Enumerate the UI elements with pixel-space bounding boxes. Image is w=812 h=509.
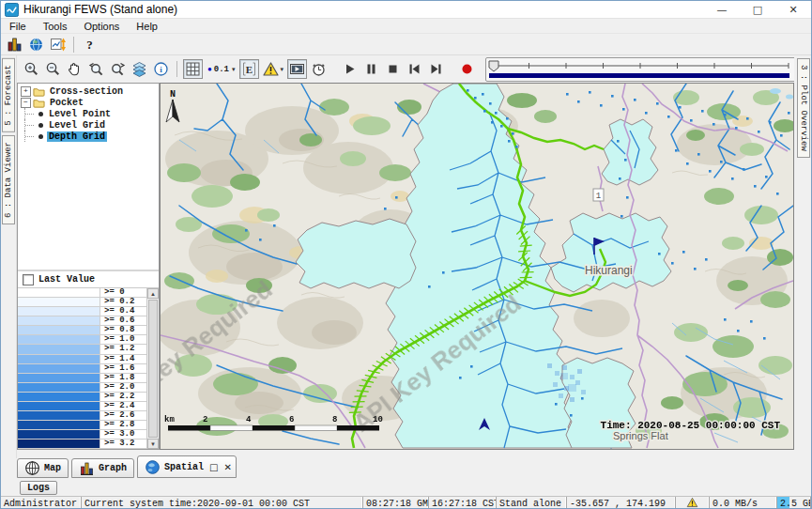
play-button[interactable]	[340, 59, 360, 79]
timeline-slider[interactable]	[485, 57, 797, 82]
svg-text:4: 4	[246, 415, 252, 424]
stop-button[interactable]	[383, 59, 403, 79]
legend-color-swatch	[18, 298, 100, 306]
tab-graph[interactable]: Graph	[71, 458, 134, 478]
tree-connector	[24, 131, 38, 142]
layers-button[interactable]	[130, 59, 149, 79]
database-button[interactable]	[5, 35, 24, 54]
zoom-next-button[interactable]	[108, 59, 128, 79]
info-button[interactable]: i	[151, 59, 171, 79]
pause-button[interactable]	[361, 59, 381, 79]
tab-map[interactable]: Map	[17, 458, 69, 478]
chart-export-icon	[50, 37, 66, 53]
legend-threshold-label: >= 1.2	[100, 345, 134, 353]
zoom-previous-button[interactable]	[86, 59, 106, 79]
legend-threshold-label: >= 2.8	[100, 421, 134, 429]
legend-color-swatch	[18, 430, 100, 439]
legend-threshold-label: >= 1.6	[100, 364, 134, 373]
tree-leaf-level-grid[interactable]: Level Grid	[18, 119, 159, 131]
tab-restore-icon[interactable]: □	[209, 462, 218, 472]
maximize-button[interactable]: □	[740, 1, 775, 18]
legend-threshold-label: >= 0.2	[100, 298, 134, 306]
animation-button[interactable]	[287, 59, 307, 79]
minimize-button[interactable]: —	[704, 1, 740, 18]
stop-icon	[385, 61, 401, 77]
legend-row[interactable]: >= 3.2	[18, 440, 146, 449]
zoom-in-button[interactable]	[22, 59, 41, 79]
side-tab-viewer[interactable]: 6 : Data Viewer	[2, 135, 15, 224]
legend-color-swatch	[18, 307, 100, 316]
tab-close-icon[interactable]: ✕	[224, 462, 232, 472]
status-cell-5: -35.657 , 174.199	[567, 497, 676, 509]
label-editor-button[interactable]: E	[239, 59, 259, 79]
expand-toggle-icon[interactable]: −	[21, 98, 31, 108]
menu-help[interactable]: Help	[128, 19, 166, 33]
menu-file[interactable]: File	[1, 19, 35, 33]
legend-threshold-label: >= 2.0	[100, 383, 134, 392]
legend-body: >= 0>= 0.2>= 0.4>= 0.6>= 0.8>= 1.0>= 1.2…	[18, 288, 159, 449]
thresholds-button[interactable]: ▾	[261, 59, 286, 79]
record-icon	[459, 61, 475, 77]
window-controls: — □ ✕	[704, 1, 811, 18]
timer-icon	[311, 61, 327, 77]
chart-export-button[interactable]	[48, 35, 68, 54]
warning-icon[interactable]	[686, 497, 698, 509]
legend-threshold-label: >= 2.6	[100, 411, 134, 420]
layer-tree: +Cross-section−PocketLevel PointLevel Gr…	[18, 84, 159, 271]
map-toolbar-buttons: i●0.1▾E▾	[21, 59, 478, 79]
wire-globe-icon	[24, 460, 40, 476]
leaf-bullet-icon	[38, 134, 43, 139]
tree-connector	[24, 119, 38, 131]
map-globe-button[interactable]	[26, 35, 46, 54]
tab-spatial[interactable]: Spatial□✕	[137, 455, 237, 478]
menu-tools[interactable]: Tools	[35, 19, 76, 33]
svg-text:8: 8	[332, 415, 337, 424]
tree-label: Pocket	[48, 98, 85, 108]
close-button[interactable]: ✕	[775, 1, 811, 18]
play-icon	[342, 61, 358, 77]
legend-threshold-label: >= 0.8	[100, 326, 134, 334]
last-value-checkbox[interactable]	[23, 274, 34, 285]
scrollbar-thumb[interactable]	[148, 300, 158, 438]
svg-text:1: 1	[596, 192, 601, 201]
help-button[interactable]: ?	[80, 35, 100, 54]
tree-label: Level Grid	[47, 120, 107, 131]
record-button[interactable]	[457, 59, 477, 79]
main-toolbar: ?	[1, 34, 811, 55]
legend-scrollbar[interactable]: ▲ ▼	[146, 288, 159, 449]
map-view[interactable]: 1	[160, 83, 794, 450]
status-cell-1: Current system time:2020-09-01 00:00 CST	[82, 497, 363, 509]
menu-options[interactable]: Options	[75, 19, 128, 33]
step-start-button[interactable]	[405, 59, 424, 79]
globe-blue-icon	[145, 459, 161, 475]
legend-threshold-label: >= 1.8	[100, 374, 134, 382]
timeline-thumb[interactable]	[489, 61, 498, 71]
interval-timer-button[interactable]	[309, 59, 329, 79]
tab-label: Spatial	[164, 462, 204, 472]
scroll-up-icon[interactable]: ▲	[147, 288, 159, 299]
tree-leaf-level-point[interactable]: Level Point	[18, 108, 159, 119]
side-tab-forecast[interactable]: 5 : Forecast	[2, 58, 15, 132]
tree-node-pocket[interactable]: −Pocket	[18, 97, 159, 108]
legend-color-swatch	[18, 326, 100, 334]
zoom-out-button[interactable]	[43, 59, 63, 79]
tree-node-cross-section[interactable]: +Cross-section	[18, 85, 159, 97]
tree-leaf-depth-grid[interactable]: Depth Grid	[18, 131, 159, 142]
expand-toggle-icon[interactable]: +	[21, 86, 31, 97]
legend-threshold-label: >= 3.2	[100, 440, 134, 448]
step-end-button[interactable]	[426, 59, 446, 79]
status-warning-cell	[676, 497, 710, 509]
scroll-down-icon[interactable]: ▼	[147, 439, 159, 449]
logs-button[interactable]: Logs	[20, 481, 57, 495]
grid-icon	[185, 61, 201, 77]
side-tab-plot-overview[interactable]: 3 : Plot Overview	[797, 58, 810, 158]
grid-button[interactable]	[183, 59, 203, 79]
display-scale-button[interactable]: ●0.1▾	[205, 59, 237, 79]
legend-color-swatch	[18, 421, 100, 429]
status-cell-8: 2.5 GB	[777, 497, 811, 509]
tree-label: Cross-section	[48, 86, 125, 97]
pan-button[interactable]	[65, 59, 84, 79]
svg-text:2: 2	[203, 415, 207, 424]
legend-threshold-label: >= 0	[100, 288, 125, 297]
legend-rows: >= 0>= 0.2>= 0.4>= 0.6>= 0.8>= 1.0>= 1.2…	[18, 288, 146, 449]
